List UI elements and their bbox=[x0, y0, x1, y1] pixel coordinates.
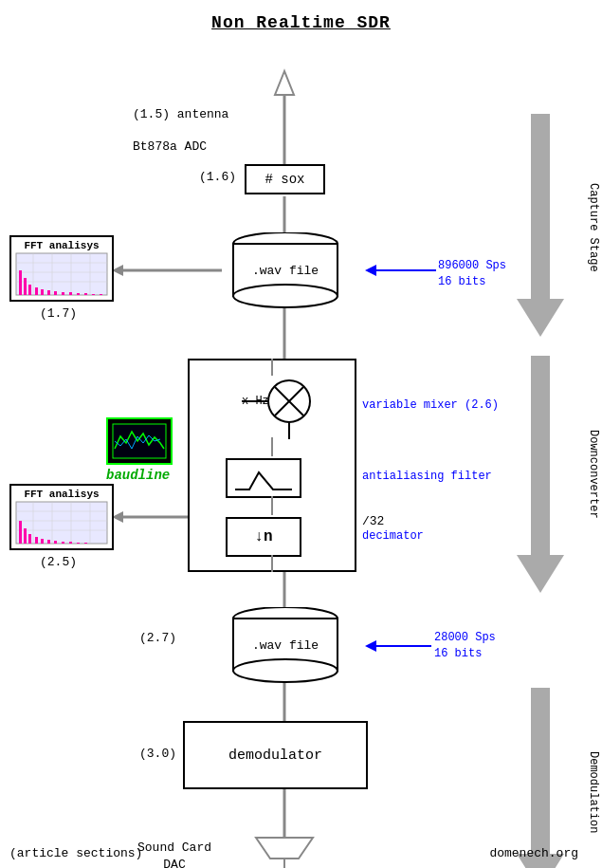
antialiasing-box bbox=[226, 458, 301, 498]
wav1-rate-label: 896000 Sps bbox=[438, 259, 506, 272]
capture-stage-text: Capture Stage bbox=[587, 183, 600, 272]
page-title: Non Realtime SDR bbox=[0, 0, 602, 32]
variable-mixer-num: (2.6) bbox=[465, 398, 499, 412]
svg-point-24 bbox=[233, 285, 337, 307]
svg-rect-42 bbox=[69, 292, 72, 295]
baudline-box bbox=[106, 417, 173, 465]
sox-label: # sox bbox=[265, 172, 304, 187]
dac-text: DAC bbox=[137, 857, 211, 868]
svg-rect-66 bbox=[47, 540, 50, 544]
svg-rect-39 bbox=[47, 290, 50, 295]
capture-stage-label: Capture Stage bbox=[587, 114, 600, 342]
svg-rect-68 bbox=[62, 542, 64, 544]
copyright-label: domenech.org bbox=[489, 846, 578, 860]
fft2-box: FFT analisys bbox=[9, 484, 114, 550]
svg-point-75 bbox=[233, 659, 337, 682]
svg-marker-21 bbox=[517, 688, 564, 868]
svg-rect-43 bbox=[77, 293, 80, 295]
svg-marker-0 bbox=[275, 71, 294, 95]
fft2-title: FFT analisys bbox=[24, 489, 99, 500]
wav1-bits-label: 16 bits bbox=[438, 275, 485, 288]
wav2-rate-label: 28000 Sps bbox=[434, 631, 496, 644]
fft2-num: (2.5) bbox=[40, 555, 77, 569]
svg-rect-61 bbox=[19, 521, 22, 544]
svg-rect-35 bbox=[24, 278, 27, 295]
decimator-label: decimator bbox=[362, 529, 424, 543]
svg-rect-44 bbox=[84, 293, 87, 295]
decimator-box: ↓n bbox=[226, 517, 301, 557]
article-sections-label: (article sections) bbox=[9, 846, 142, 860]
fft1-box: FFT analisys bbox=[9, 235, 114, 302]
downconverter-stage-text: Downconverter bbox=[587, 430, 600, 519]
svg-text:.wav file: .wav file bbox=[252, 638, 319, 653]
soundcard-text: Sound Card bbox=[137, 840, 211, 857]
svg-rect-38 bbox=[41, 289, 44, 295]
downconverter-stage-label: Downconverter bbox=[587, 356, 600, 593]
wav1-cylinder: .wav file bbox=[222, 232, 350, 312]
variable-mixer-label: variable mixer bbox=[362, 398, 458, 412]
wav2-bits-label: 16 bits bbox=[434, 647, 482, 660]
svg-text:.wav file: .wav file bbox=[252, 264, 319, 278]
svg-marker-20 bbox=[517, 356, 564, 593]
antialiasing-label: antialiasing filter bbox=[362, 470, 492, 483]
antenna-label: (1.5) antenna bbox=[133, 107, 228, 121]
svg-rect-40 bbox=[54, 291, 57, 295]
svg-rect-36 bbox=[28, 285, 31, 295]
svg-rect-34 bbox=[19, 270, 22, 295]
svg-rect-41 bbox=[62, 292, 64, 295]
svg-rect-46 bbox=[100, 294, 102, 295]
decimator-div-label: /32 bbox=[362, 514, 384, 528]
svg-rect-63 bbox=[28, 534, 31, 544]
wav2-cylinder: .wav file bbox=[222, 607, 350, 687]
svg-marker-16 bbox=[365, 265, 376, 276]
svg-rect-67 bbox=[54, 541, 57, 544]
svg-rect-69 bbox=[69, 542, 72, 544]
demod-num: (3.0) bbox=[139, 747, 176, 761]
svg-marker-8 bbox=[256, 838, 313, 859]
baudline-label: baudline bbox=[106, 468, 170, 483]
svg-marker-18 bbox=[365, 640, 376, 652]
adc-label: Bt878a ADC bbox=[133, 139, 207, 154]
sox-number: (1.6) bbox=[199, 170, 236, 184]
svg-rect-70 bbox=[77, 543, 80, 544]
decimator-sym: ↓n bbox=[254, 528, 272, 545]
demodulation-stage-text: Demodulation bbox=[587, 751, 600, 833]
svg-rect-45 bbox=[92, 294, 95, 295]
soundcard-label: Sound Card DAC bbox=[137, 840, 211, 868]
svg-rect-65 bbox=[41, 539, 44, 544]
svg-rect-37 bbox=[35, 287, 38, 295]
sox-box: # sox bbox=[245, 164, 325, 194]
svg-rect-71 bbox=[84, 543, 87, 544]
svg-rect-64 bbox=[35, 537, 38, 544]
wav2-num: (2.7) bbox=[139, 631, 176, 645]
demodulator-box: demodulator bbox=[183, 721, 368, 789]
fft1-num: (1.7) bbox=[40, 306, 77, 321]
svg-marker-19 bbox=[517, 114, 564, 337]
demodulation-stage-label: Demodulation bbox=[587, 688, 600, 868]
demodulator-label: demodulator bbox=[228, 748, 322, 764]
fft1-title: FFT analisys bbox=[24, 240, 99, 251]
downconverter-box: x Hz ↓n bbox=[188, 359, 356, 572]
svg-rect-62 bbox=[24, 528, 27, 544]
